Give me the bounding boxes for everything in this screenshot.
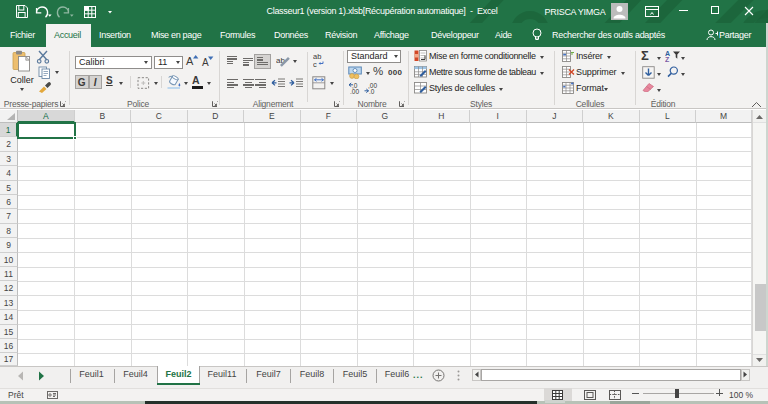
- svg-text:Z: Z: [665, 56, 670, 62]
- svg-text:,00: ,00: [350, 88, 359, 95]
- svg-text:,0: ,0: [369, 88, 375, 95]
- svg-text:c: c: [313, 60, 317, 68]
